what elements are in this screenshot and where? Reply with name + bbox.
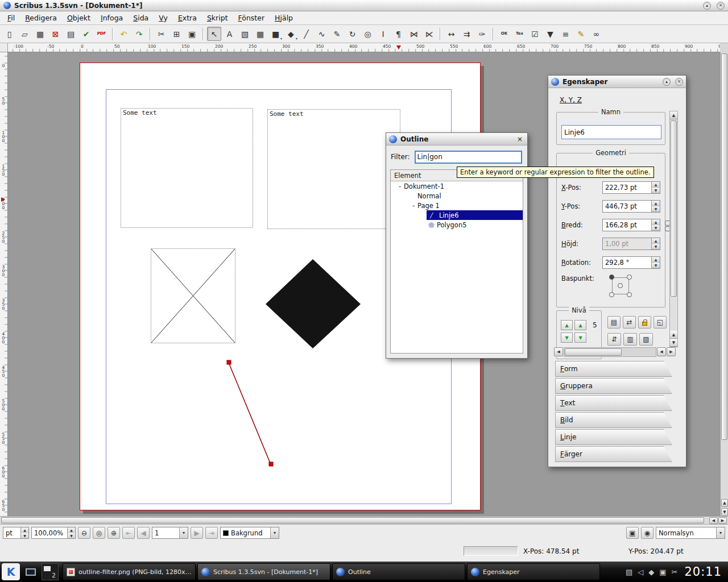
print-icon[interactable]: ▤ bbox=[64, 27, 78, 41]
copy-icon[interactable]: ⊞ bbox=[169, 27, 184, 41]
canvas-vertical-scrollbar[interactable]: ▲ ▼ bbox=[720, 52, 728, 516]
insert-text-frame-icon[interactable]: A bbox=[222, 27, 237, 41]
select-tool-icon[interactable]: ↖ bbox=[207, 27, 221, 41]
pdf-push-button-icon[interactable]: OK bbox=[497, 27, 511, 41]
pdf-text-field-icon[interactable]: Tex bbox=[512, 27, 527, 41]
menu-redigera[interactable]: Redigera bbox=[20, 13, 62, 23]
section-form[interactable]: Form bbox=[555, 361, 672, 377]
view-mode-select[interactable]: Normalsyn ▾ bbox=[656, 527, 725, 539]
last-page-button[interactable]: ⇥ bbox=[205, 527, 218, 539]
zoom-out-button[interactable]: ⊖ bbox=[78, 527, 90, 539]
insert-polygon-icon[interactable]: ◆▾ bbox=[284, 27, 298, 41]
menu-extra[interactable]: Extra bbox=[173, 13, 202, 23]
section-text[interactable]: Text bbox=[555, 395, 672, 411]
taskbar-task[interactable]: outline-filter.png (PNG-bild, 1280x1... bbox=[63, 563, 196, 580]
unit-select[interactable]: pt ▲▼ bbox=[3, 527, 29, 539]
cut-icon[interactable]: ✂ bbox=[154, 27, 168, 41]
scroll-up-icon[interactable]: ▲ bbox=[721, 499, 728, 507]
field-spinbox[interactable]: 166,28 pt▲▼ bbox=[602, 219, 660, 231]
name-input[interactable] bbox=[561, 125, 661, 139]
preflight-verifier-icon[interactable]: ✔ bbox=[79, 27, 93, 41]
pdf-combo-box-icon[interactable]: ▼ bbox=[543, 27, 557, 41]
tree-item-dokument-1[interactable]: -Dokument-1 bbox=[391, 181, 523, 191]
filter-input[interactable] bbox=[415, 151, 522, 164]
menu-infoga[interactable]: Infoga bbox=[96, 13, 128, 23]
window-titlebar[interactable]: Scribus 1.3.5svn - [Dokument-1*] ▴ × bbox=[0, 0, 728, 11]
section-gruppera[interactable]: Gruppera bbox=[555, 378, 672, 394]
basepoint-bottom-right[interactable] bbox=[627, 292, 632, 297]
redo-icon[interactable]: ↷ bbox=[132, 27, 146, 41]
basepoint-widget[interactable] bbox=[609, 275, 632, 297]
scroll-up-icon[interactable]: ▲ bbox=[670, 111, 677, 119]
basepoint-top-left[interactable] bbox=[609, 275, 614, 280]
desktop-pager[interactable]: 2 bbox=[42, 563, 59, 580]
zoom-in-button[interactable]: ⊕ bbox=[107, 527, 120, 539]
panel-vertical-scrollbar[interactable]: ▲ ▲ ▼ bbox=[669, 111, 678, 347]
field-spinbox[interactable]: 292,8 °▲▼ bbox=[602, 256, 660, 269]
insert-shape-icon[interactable]: ■▾ bbox=[268, 27, 283, 41]
scroll-down-icon[interactable]: ▼ bbox=[670, 339, 677, 347]
raise-icon[interactable]: ▲ bbox=[561, 320, 573, 330]
display-settings-icon[interactable]: ▣ bbox=[659, 568, 666, 576]
tree-item-linje6[interactable]: ╱Linje6 bbox=[427, 210, 523, 220]
insert-bezier-icon[interactable]: ∿ bbox=[315, 27, 329, 41]
pdf-list-box-icon[interactable]: ≡ bbox=[559, 27, 573, 41]
lower-to-bottom-icon[interactable]: ▼ bbox=[574, 332, 586, 343]
prev-page-button[interactable]: ◀ bbox=[137, 527, 150, 539]
scrollbar-thumb[interactable] bbox=[721, 53, 727, 440]
measurements-icon[interactable]: ↔ bbox=[444, 27, 458, 41]
copy-properties-icon[interactable]: ⇉ bbox=[460, 27, 474, 41]
basepoint-top-right[interactable] bbox=[627, 275, 632, 280]
field-spinbox[interactable]: 446,73 pt▲▼ bbox=[602, 200, 660, 213]
menu-objekt[interactable]: Objekt bbox=[62, 13, 96, 23]
menu-hjälp[interactable]: Hjälp bbox=[270, 13, 298, 23]
show-desktop-button[interactable] bbox=[22, 564, 39, 580]
menu-vy[interactable]: Vy bbox=[154, 13, 173, 23]
lower-icon[interactable]: ▼ bbox=[561, 332, 573, 343]
undo-icon[interactable]: ↶ bbox=[117, 27, 131, 41]
scroll-left-icon[interactable]: ◀ bbox=[709, 517, 718, 524]
clock[interactable]: 20:11 bbox=[684, 565, 722, 579]
scroll-left-icon[interactable]: ◀ bbox=[554, 347, 563, 356]
close-icon[interactable]: × bbox=[675, 78, 683, 86]
menu-sida[interactable]: Sida bbox=[128, 13, 154, 23]
scroll-right-icon[interactable]: ▶ bbox=[667, 347, 676, 356]
tree-expander-icon[interactable]: - bbox=[410, 202, 417, 210]
scroll-left-icon[interactable]: ◀ bbox=[657, 347, 666, 356]
kmenu-button[interactable]: K bbox=[2, 563, 20, 580]
layer-indicator-icon[interactable]: ▣ bbox=[626, 527, 639, 539]
insert-line-icon[interactable]: ╱ bbox=[299, 27, 313, 41]
text-frame-1[interactable]: Some text bbox=[121, 108, 253, 228]
section-färger[interactable]: Färger bbox=[555, 446, 672, 462]
battery-monitor-icon[interactable]: ▤ bbox=[626, 568, 632, 576]
tab-xyz[interactable]: X, Y, Z bbox=[560, 96, 582, 104]
image-frame[interactable] bbox=[151, 248, 235, 343]
field-spinbox[interactable]: 222,73 pt▲▼ bbox=[602, 181, 660, 194]
save-document-icon[interactable]: ▦ bbox=[33, 27, 47, 41]
taskbar-task[interactable]: Egenskaper bbox=[467, 563, 600, 580]
lock-size-icon[interactable]: ◱ bbox=[653, 316, 667, 329]
network-icon[interactable]: ◆ bbox=[648, 568, 654, 576]
taskbar-task[interactable]: Outline bbox=[332, 563, 465, 580]
scrollbar-thumb[interactable] bbox=[565, 348, 622, 356]
panel-horizontal-scrollbar[interactable]: ◀ ◀ ▶ bbox=[554, 347, 676, 357]
story-editor-icon[interactable]: ¶ bbox=[391, 27, 406, 41]
close-button[interactable]: × bbox=[717, 2, 725, 10]
insert-image-frame-icon[interactable]: ▧ bbox=[238, 27, 252, 41]
shade-button[interactable]: ▴ bbox=[663, 78, 671, 86]
section-bild[interactable]: Bild bbox=[555, 412, 672, 428]
basepoint-bottom-left[interactable] bbox=[609, 292, 614, 297]
preview-mode-icon[interactable]: ◉ bbox=[641, 527, 653, 539]
group-icon[interactable]: ▥ bbox=[623, 333, 637, 346]
menu-fönster[interactable]: Fönster bbox=[233, 13, 270, 23]
tree-item-polygon5[interactable]: Polygon5 bbox=[391, 220, 523, 230]
basepoint-center[interactable] bbox=[618, 283, 623, 288]
link-text-frames-icon[interactable]: ⋈ bbox=[407, 27, 421, 41]
scroll-right-icon[interactable]: ▶ bbox=[718, 517, 727, 524]
flip-horizontal-icon[interactable]: ⇄ bbox=[623, 316, 636, 329]
text-frame-2[interactable]: Some text bbox=[267, 109, 400, 229]
image-visible-icon[interactable]: ▧ bbox=[639, 333, 653, 346]
volume-icon[interactable]: ◁ bbox=[638, 568, 643, 576]
klipper-icon[interactable]: ✂ bbox=[672, 568, 678, 576]
unlink-text-frames-icon[interactable]: ⋉ bbox=[422, 27, 436, 41]
